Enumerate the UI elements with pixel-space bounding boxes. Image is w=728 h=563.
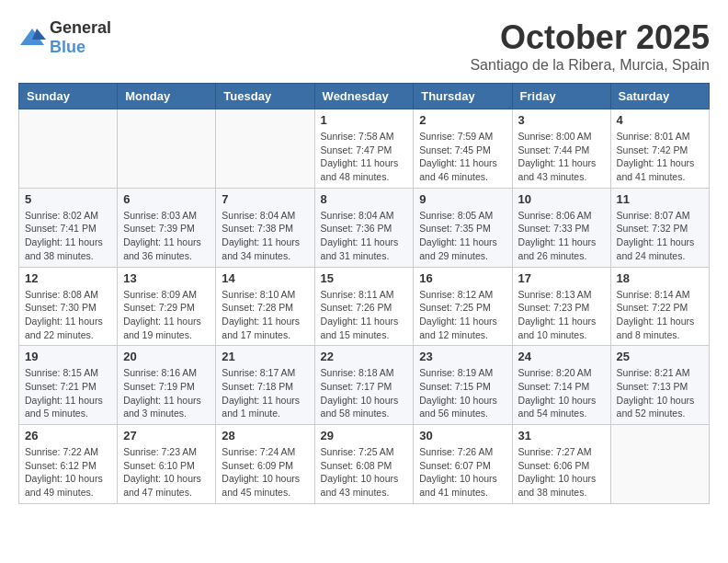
calendar-cell: 28Sunrise: 7:24 AM Sunset: 6:09 PM Dayli… (216, 425, 314, 504)
calendar-cell: 2Sunrise: 7:59 AM Sunset: 7:45 PM Daylig… (414, 109, 512, 189)
calendar-cell: 30Sunrise: 7:26 AM Sunset: 6:07 PM Dayli… (414, 425, 512, 504)
day-info: Sunrise: 8:01 AM Sunset: 7:42 PM Dayligh… (617, 130, 703, 184)
calendar-table: SundayMondayTuesdayWednesdayThursdayFrid… (18, 83, 710, 504)
calendar-cell: 23Sunrise: 8:19 AM Sunset: 7:15 PM Dayli… (414, 346, 512, 425)
day-info: Sunrise: 8:12 AM Sunset: 7:25 PM Dayligh… (419, 288, 506, 342)
calendar-cell: 11Sunrise: 8:07 AM Sunset: 7:32 PM Dayli… (610, 188, 709, 267)
logo-general: General (50, 18, 111, 37)
day-number: 31 (518, 429, 605, 442)
weekday-header: Sunday (19, 84, 118, 109)
header: General Blue October 2025 Santiago de la… (18, 18, 710, 74)
calendar-cell: 26Sunrise: 7:22 AM Sunset: 6:12 PM Dayli… (19, 425, 118, 504)
day-number: 14 (222, 271, 308, 285)
calendar-week-row: 19Sunrise: 8:15 AM Sunset: 7:21 PM Dayli… (19, 346, 710, 425)
day-number: 24 (518, 350, 605, 363)
day-info: Sunrise: 7:27 AM Sunset: 6:06 PM Dayligh… (518, 445, 605, 500)
day-number: 3 (518, 113, 605, 127)
day-info: Sunrise: 8:07 AM Sunset: 7:32 PM Dayligh… (617, 209, 703, 263)
calendar-week-row: 1Sunrise: 7:58 AM Sunset: 7:47 PM Daylig… (19, 109, 710, 189)
weekday-header: Wednesday (314, 84, 414, 109)
day-number: 8 (321, 192, 408, 206)
day-info: Sunrise: 8:10 AM Sunset: 7:28 PM Dayligh… (222, 288, 308, 342)
logo-blue: Blue (50, 38, 85, 56)
calendar-cell: 18Sunrise: 8:14 AM Sunset: 7:22 PM Dayli… (610, 267, 709, 346)
calendar-cell: 10Sunrise: 8:06 AM Sunset: 7:33 PM Dayli… (512, 188, 610, 267)
day-number: 19 (25, 350, 111, 363)
day-info: Sunrise: 7:58 AM Sunset: 7:47 PM Dayligh… (321, 130, 408, 184)
day-number: 5 (25, 192, 111, 206)
calendar-cell: 12Sunrise: 8:08 AM Sunset: 7:30 PM Dayli… (19, 267, 118, 346)
calendar-cell: 9Sunrise: 8:05 AM Sunset: 7:35 PM Daylig… (414, 188, 512, 267)
title-area: October 2025 Santiago de la Ribera, Murc… (470, 18, 710, 74)
calendar-cell: 4Sunrise: 8:01 AM Sunset: 7:42 PM Daylig… (610, 109, 709, 189)
calendar-cell: 20Sunrise: 8:16 AM Sunset: 7:19 PM Dayli… (118, 346, 216, 425)
day-number: 13 (123, 271, 210, 285)
calendar-cell: 5Sunrise: 8:02 AM Sunset: 7:41 PM Daylig… (19, 188, 118, 267)
day-info: Sunrise: 8:04 AM Sunset: 7:38 PM Dayligh… (222, 209, 308, 263)
calendar-cell: 31Sunrise: 7:27 AM Sunset: 6:06 PM Dayli… (512, 425, 610, 504)
day-number: 11 (617, 192, 703, 206)
day-number: 29 (321, 429, 408, 442)
day-info: Sunrise: 8:05 AM Sunset: 7:35 PM Dayligh… (419, 209, 506, 263)
day-info: Sunrise: 8:03 AM Sunset: 7:39 PM Dayligh… (123, 209, 210, 263)
calendar-cell: 3Sunrise: 8:00 AM Sunset: 7:44 PM Daylig… (512, 109, 610, 189)
calendar-cell: 27Sunrise: 7:23 AM Sunset: 6:10 PM Dayli… (118, 425, 216, 504)
day-info: Sunrise: 7:59 AM Sunset: 7:45 PM Dayligh… (419, 130, 506, 184)
logo-text: General Blue (50, 18, 111, 57)
day-number: 1 (321, 113, 408, 127)
logo-icon (18, 27, 46, 49)
day-number: 22 (321, 350, 408, 363)
day-number: 10 (518, 192, 605, 206)
calendar-week-row: 26Sunrise: 7:22 AM Sunset: 6:12 PM Dayli… (19, 425, 710, 504)
calendar-cell: 29Sunrise: 7:25 AM Sunset: 6:08 PM Dayli… (314, 425, 414, 504)
day-info: Sunrise: 8:08 AM Sunset: 7:30 PM Dayligh… (25, 288, 111, 342)
day-info: Sunrise: 8:04 AM Sunset: 7:36 PM Dayligh… (321, 209, 408, 263)
calendar-cell: 17Sunrise: 8:13 AM Sunset: 7:23 PM Dayli… (512, 267, 610, 346)
day-number: 28 (222, 429, 308, 442)
weekday-header: Tuesday (216, 84, 314, 109)
calendar-cell: 14Sunrise: 8:10 AM Sunset: 7:28 PM Dayli… (216, 267, 314, 346)
day-info: Sunrise: 7:23 AM Sunset: 6:10 PM Dayligh… (123, 445, 210, 500)
day-info: Sunrise: 7:26 AM Sunset: 6:07 PM Dayligh… (419, 445, 506, 500)
day-number: 26 (25, 429, 111, 442)
calendar-cell: 16Sunrise: 8:12 AM Sunset: 7:25 PM Dayli… (414, 267, 512, 346)
calendar-cell: 8Sunrise: 8:04 AM Sunset: 7:36 PM Daylig… (314, 188, 414, 267)
day-info: Sunrise: 8:00 AM Sunset: 7:44 PM Dayligh… (518, 130, 605, 184)
calendar-cell: 7Sunrise: 8:04 AM Sunset: 7:38 PM Daylig… (216, 188, 314, 267)
day-number: 23 (419, 350, 506, 363)
calendar-cell: 24Sunrise: 8:20 AM Sunset: 7:14 PM Dayli… (512, 346, 610, 425)
calendar-header-row: SundayMondayTuesdayWednesdayThursdayFrid… (19, 84, 710, 109)
calendar-cell: 21Sunrise: 8:17 AM Sunset: 7:18 PM Dayli… (216, 346, 314, 425)
day-number: 18 (617, 271, 703, 285)
day-info: Sunrise: 8:11 AM Sunset: 7:26 PM Dayligh… (321, 288, 408, 342)
day-number: 2 (419, 113, 506, 127)
calendar-week-row: 5Sunrise: 8:02 AM Sunset: 7:41 PM Daylig… (19, 188, 710, 267)
day-info: Sunrise: 8:19 AM Sunset: 7:15 PM Dayligh… (419, 366, 506, 420)
calendar-week-row: 12Sunrise: 8:08 AM Sunset: 7:30 PM Dayli… (19, 267, 710, 346)
month-title: October 2025 (470, 18, 710, 57)
weekday-header: Monday (118, 84, 216, 109)
day-number: 12 (25, 271, 111, 285)
day-number: 6 (123, 192, 210, 206)
day-number: 27 (123, 429, 210, 442)
calendar-cell: 19Sunrise: 8:15 AM Sunset: 7:21 PM Dayli… (19, 346, 118, 425)
day-info: Sunrise: 8:13 AM Sunset: 7:23 PM Dayligh… (518, 288, 605, 342)
day-info: Sunrise: 8:18 AM Sunset: 7:17 PM Dayligh… (321, 366, 408, 420)
logo: General Blue (18, 18, 111, 57)
day-info: Sunrise: 8:06 AM Sunset: 7:33 PM Dayligh… (518, 209, 605, 263)
calendar-cell: 15Sunrise: 8:11 AM Sunset: 7:26 PM Dayli… (314, 267, 414, 346)
calendar-cell: 22Sunrise: 8:18 AM Sunset: 7:17 PM Dayli… (314, 346, 414, 425)
day-info: Sunrise: 7:22 AM Sunset: 6:12 PM Dayligh… (25, 445, 111, 500)
calendar-cell (216, 109, 314, 189)
weekday-header: Saturday (610, 84, 709, 109)
day-info: Sunrise: 8:16 AM Sunset: 7:19 PM Dayligh… (123, 366, 210, 420)
day-info: Sunrise: 7:24 AM Sunset: 6:09 PM Dayligh… (222, 445, 308, 500)
day-number: 7 (222, 192, 308, 206)
day-number: 16 (419, 271, 506, 285)
calendar-cell: 1Sunrise: 7:58 AM Sunset: 7:47 PM Daylig… (314, 109, 414, 189)
day-info: Sunrise: 8:21 AM Sunset: 7:13 PM Dayligh… (617, 366, 703, 420)
day-number: 20 (123, 350, 210, 363)
day-info: Sunrise: 7:25 AM Sunset: 6:08 PM Dayligh… (321, 445, 408, 500)
day-info: Sunrise: 8:17 AM Sunset: 7:18 PM Dayligh… (222, 366, 308, 420)
calendar-cell: 25Sunrise: 8:21 AM Sunset: 7:13 PM Dayli… (610, 346, 709, 425)
